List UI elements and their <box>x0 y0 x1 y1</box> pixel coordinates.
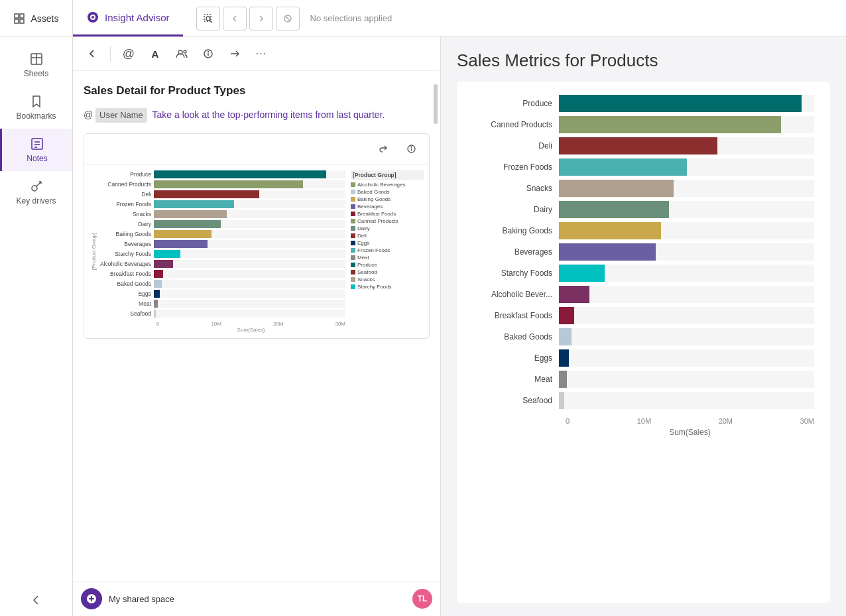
sidebar-item-notes[interactable]: Notes <box>0 129 72 171</box>
topbar: Assets Insight Advisor <box>0 0 846 37</box>
mention-at: @ <box>84 109 93 120</box>
user-avatar: TL <box>412 589 432 609</box>
small-bar-row: Dairy <box>97 220 345 228</box>
small-bar-fill <box>154 240 208 248</box>
legend-item: Meat <box>351 255 424 261</box>
small-bar-label: Dairy <box>97 221 154 227</box>
legend-label: Breakfast Foods <box>357 211 396 217</box>
main-bar-track <box>559 116 814 133</box>
svg-rect-2 <box>15 19 19 23</box>
right-chart-container: Produce Canned Products Deli Frozen Food… <box>457 82 830 603</box>
no-selections-text: No selections applied <box>310 13 393 23</box>
sidebar: Sheets Bookmarks Notes Key dr <box>0 37 73 616</box>
next-button[interactable] <box>223 42 246 65</box>
small-bar-track <box>154 250 345 258</box>
main-x-axis: 010M20M30M <box>473 417 814 425</box>
small-bar-fill <box>154 210 227 218</box>
main-bar-label: Meat <box>473 375 559 384</box>
small-bar-fill <box>154 190 259 198</box>
legend-color <box>351 182 355 187</box>
legend-label: Canned Products <box>357 218 398 224</box>
main-x-label: Sum(Sales) <box>473 428 814 437</box>
scroll-indicator[interactable] <box>434 71 438 581</box>
small-chart-legend: [Product Group] Alcoholic Beverages Bake… <box>351 170 424 333</box>
stop-button[interactable] <box>276 7 300 31</box>
legend-item: Canned Products <box>351 218 424 224</box>
chart-info-button[interactable] <box>400 138 422 160</box>
right-panel: Sales Metrics for Products Produce Canne… <box>441 37 846 616</box>
key-drivers-icon <box>29 179 44 194</box>
legend-color <box>351 248 355 253</box>
users-button[interactable] <box>170 42 193 65</box>
back-button[interactable] <box>223 7 247 31</box>
legend-label: Produce <box>357 262 377 268</box>
small-bar-track <box>154 270 345 278</box>
legend-item: Seafood <box>351 269 424 275</box>
main-bar-label: Seafood <box>473 396 559 405</box>
note-body: @ User Name Take a look at the top-perfo… <box>84 108 430 123</box>
svg-point-8 <box>206 17 210 21</box>
small-bar-row: Baked Goods <box>97 280 345 288</box>
main-bar-track <box>559 265 814 282</box>
small-bars-container: Produce Canned Products Deli Frozen Food… <box>97 170 345 318</box>
grid-icon <box>13 13 25 25</box>
svg-line-9 <box>210 21 212 23</box>
small-bar-row: Frozen Foods <box>97 200 345 208</box>
main-bar-fill <box>559 222 661 239</box>
small-bar-label: Baked Goods <box>97 280 154 287</box>
legend-label: Frozen Foods <box>357 247 390 253</box>
back-nav-button[interactable] <box>81 42 103 65</box>
main-bar-row: Produce <box>473 95 814 112</box>
main-bar-row: Starchy Foods <box>473 265 814 282</box>
legend-label: Starchy Foods <box>357 284 392 290</box>
search-button[interactable] <box>196 7 220 31</box>
small-bar-row: Eggs <box>97 290 345 298</box>
mention-button[interactable]: @ <box>117 42 140 65</box>
legend-item: Baking Goods <box>351 196 424 202</box>
legend-item: Baked Goods <box>351 189 424 195</box>
main-bar-fill <box>559 116 781 133</box>
small-bar-row: Produce <box>97 170 345 178</box>
main-bar-label: Beverages <box>473 247 559 257</box>
main-bar-row: Breakfast Foods <box>473 307 814 324</box>
small-bar-row: Breakfast Foods <box>97 270 345 278</box>
small-bar-track <box>154 310 345 318</box>
sidebar-item-bookmarks[interactable]: Bookmarks <box>0 86 72 129</box>
small-bar-fill <box>154 250 180 258</box>
svg-line-20 <box>36 182 41 186</box>
svg-point-24 <box>184 50 186 53</box>
svg-point-31 <box>411 147 412 147</box>
sidebar-item-sheets[interactable]: Sheets <box>0 44 72 86</box>
main-bar-row: Deli <box>473 137 814 154</box>
toolbar-divider <box>110 46 111 62</box>
more-button[interactable]: ··· <box>250 42 272 65</box>
legend-item: Alcoholic Beverages <box>351 182 424 188</box>
small-x-label: Sum(Sales) <box>97 327 345 333</box>
mention-chip[interactable]: User Name <box>95 108 147 123</box>
forward-button[interactable] <box>249 7 273 31</box>
small-bar-row: Snacks <box>97 210 345 218</box>
main-bar-fill <box>559 307 574 324</box>
share-chart-button[interactable] <box>372 138 394 160</box>
legend-color <box>351 255 355 260</box>
font-button[interactable]: A <box>144 42 166 65</box>
notes-icon <box>30 137 44 151</box>
svg-rect-0 <box>15 14 19 18</box>
legend-item: Breakfast Foods <box>351 211 424 217</box>
main-bar-fill <box>559 328 572 345</box>
info-button[interactable] <box>197 42 219 65</box>
scroll-thumb[interactable] <box>434 84 438 124</box>
main-bar-label: Dairy <box>473 205 559 214</box>
sidebar-item-key-drivers[interactable]: Key drivers <box>0 171 72 214</box>
legend-color <box>351 241 355 245</box>
legend-label: Alcoholic Beverages <box>357 182 405 188</box>
topbar-actions: No selections applied <box>196 7 393 31</box>
small-bar-fill <box>154 280 162 288</box>
small-bar-row: Starchy Foods <box>97 250 345 258</box>
notes-label: Notes <box>27 154 47 163</box>
small-bar-track <box>154 180 345 188</box>
sidebar-collapse-button[interactable] <box>0 584 72 616</box>
insight-advisor-tab[interactable]: Insight Advisor <box>73 0 183 36</box>
assets-button[interactable]: Assets <box>0 0 73 36</box>
main-bar-fill <box>559 180 674 197</box>
